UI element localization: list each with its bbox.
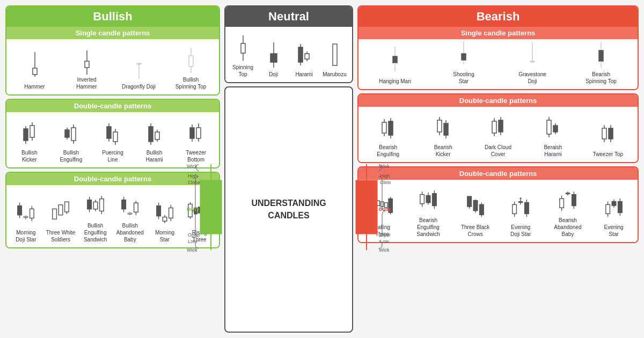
svg-rect-74 — [134, 203, 138, 212]
pattern-bearish-abandoned-baby: Bearish Abandoned Baby — [551, 183, 584, 238]
pattern-three-black-crows: Three Black Crows — [460, 190, 491, 238]
bearish-engulfing-icon — [380, 110, 396, 142]
morning-doji-star-label: Morning Doji Star — [11, 229, 41, 243]
bullish-abandoned-baby-icon — [120, 188, 140, 221]
pattern-bearish-engulfing-sandwich: Bearish Engulfing Sandwich — [412, 183, 445, 238]
pattern-spinning-top: Spinning Top — [230, 30, 257, 78]
bullish-kicker-icon — [21, 115, 38, 148]
svg-rect-13 — [24, 129, 28, 141]
bearish-abandoned-baby-icon — [558, 183, 578, 215]
svg-rect-200 — [518, 202, 523, 203]
svg-rect-106 — [333, 44, 337, 65]
svg-rect-155 — [499, 120, 503, 132]
svg-text:Close: Close — [188, 180, 200, 185]
bearish-harami-icon — [545, 110, 561, 142]
bullish-spinning-top-label: Bullish Spinning Top — [172, 76, 210, 90]
bullish-double1-section: Double-candle patterns Bullish Kicker — [5, 99, 220, 168]
puercing-line-icon — [105, 115, 121, 148]
bullish-single-patterns: Hammer Inverted Hammer — [6, 39, 219, 94]
understand-title: UNDERSTANDING CANDLES — [251, 197, 326, 222]
dragonfly-doji-label: Dragonfly Doji — [122, 83, 156, 90]
hanging-man-icon — [390, 49, 400, 76]
hammer-label: Hammer — [24, 83, 45, 90]
svg-rect-214 — [572, 195, 576, 206]
marubozu-label: Marubozu — [323, 71, 346, 78]
inverted-hammer-label: Inverted Hammer — [68, 76, 106, 90]
bearish-double2-patterns: Falling Three — [358, 180, 638, 242]
harami-icon — [296, 37, 312, 69]
svg-rect-10 — [189, 56, 193, 67]
bearish-double2-label: Double-candle patterns — [358, 167, 638, 180]
bearish-engulfing-sandwich-icon — [418, 183, 438, 215]
bullish-abandoned-baby-label: Bullish Abandoned Baby — [115, 222, 145, 243]
svg-rect-128 — [393, 56, 397, 63]
svg-rect-137 — [599, 50, 603, 61]
candle-diagram: High Close Open Low Body Wick Wick UNDER… — [230, 161, 348, 258]
svg-rect-98 — [270, 54, 277, 62]
pattern-bearish-spinning-top: Bearish Spinning Top — [585, 42, 617, 85]
pattern-bullish-engulfing: Bullish Engulfing — [56, 115, 86, 163]
svg-rect-25 — [107, 127, 111, 138]
understanding-candles-section: High Close Open Low Body Wick Wick UNDER… — [224, 86, 353, 333]
svg-rect-62 — [93, 202, 98, 209]
evening-doji-star-icon — [510, 190, 531, 222]
svg-rect-16 — [30, 126, 34, 137]
spinning-top-icon — [238, 30, 248, 62]
evening-star-label: Evening Star — [600, 224, 628, 238]
bullish-harami-label: Bullish Harami — [140, 149, 169, 163]
bullish-kicker-label: Bullish Kicker — [14, 149, 44, 163]
bearish-double1-label: Double-candle patterns — [358, 94, 638, 107]
gravestone-doji-label: Gravestone Doji — [516, 71, 548, 85]
svg-rect-59 — [87, 200, 91, 209]
puercing-line-label: Puercing Line — [98, 149, 127, 163]
svg-rect-182 — [426, 195, 430, 202]
svg-rect-179 — [420, 195, 425, 204]
spinning-top-label: Spinning Top — [230, 64, 257, 78]
dragonfly-doji-icon — [134, 49, 144, 82]
tweezer-bottom-icon — [188, 115, 204, 148]
svg-rect-49 — [30, 209, 34, 218]
pattern-bullish-engulfing-sandwich: Bullish Engulfing Sandwich — [80, 188, 110, 243]
pattern-hanging-man: Hanging Man — [379, 49, 411, 85]
bullish-double1-label: Double-candle patterns — [6, 100, 219, 112]
svg-rect-19 — [65, 130, 69, 137]
tweezer-top-label: Tweezer Top — [592, 151, 623, 158]
shooting-star-label: Shooting Star — [448, 71, 480, 85]
pattern-gravestone-doji: Gravestone Doji — [516, 42, 548, 85]
svg-rect-37 — [190, 128, 194, 138]
pattern-marubozu: Marubozu — [321, 37, 348, 78]
bullish-section: Bullish Single candle patterns Hammer — [5, 5, 220, 95]
svg-rect-52 — [53, 209, 57, 219]
pattern-bullish-kicker: Bullish Kicker — [14, 115, 44, 163]
bearish-single-patterns: Hanging Man Shooting Star — [358, 39, 638, 89]
neutral-column: Neutral Spinning Top — [224, 5, 353, 333]
bearish-double2-section: Double-candle patterns — [357, 166, 639, 243]
bearish-section: Bearish Single candle patterns Hanging M… — [357, 5, 639, 90]
evening-star-icon — [604, 190, 624, 222]
pattern-bullish-spinning-top: Bullish Spinning Top — [172, 42, 210, 90]
svg-rect-56 — [65, 202, 69, 212]
bullish-engulfing-sandwich-icon — [85, 188, 106, 221]
pattern-harami: Harami — [291, 37, 318, 78]
pattern-morning-doji-star: Morning Doji Star — [11, 195, 41, 243]
svg-rect-104 — [305, 54, 309, 59]
bearish-kicker-label: Bearish Kicker — [428, 144, 459, 158]
three-white-soldiers-icon — [50, 195, 71, 227]
three-white-soldiers-label: Three White Soldiers — [46, 229, 75, 243]
bullish-engulfing-icon — [63, 115, 79, 148]
bearish-harami-label: Beraish Harami — [537, 144, 568, 158]
svg-rect-101 — [298, 47, 303, 62]
bearish-spinning-top-icon — [596, 42, 606, 69]
svg-rect-158 — [547, 120, 551, 134]
svg-text:Wick: Wick — [379, 164, 390, 169]
svg-rect-211 — [566, 193, 570, 194]
neutral-section: Neutral Spinning Top — [224, 5, 353, 83]
svg-text:Low: Low — [380, 239, 389, 244]
svg-text:Open: Open — [188, 232, 200, 238]
tweezer-top-icon — [600, 117, 616, 149]
pattern-bearish-engulfing: Bearish Engulfing — [372, 110, 404, 158]
pattern-dark-cloud-cover: Dark Cloud Cover — [482, 110, 514, 158]
pattern-evening-doji-star: Evening Doji Star — [506, 190, 536, 238]
three-black-crows-icon — [465, 190, 486, 222]
svg-rect-134 — [530, 61, 535, 62]
